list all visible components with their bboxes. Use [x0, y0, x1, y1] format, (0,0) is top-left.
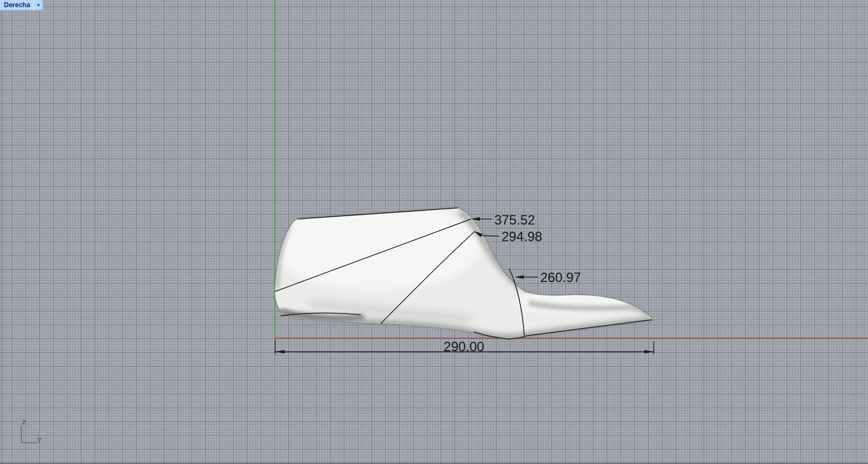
shoe-last-model[interactable]: [271, 202, 653, 339]
axis-z-label: z: [22, 418, 26, 425]
dimension-label[interactable]: 294.98: [502, 229, 542, 244]
axis-indicator: z y: [21, 426, 37, 443]
arrowhead-icon: [644, 350, 653, 354]
arrowhead-icon: [515, 275, 524, 279]
dimension-label[interactable]: 375.52: [494, 212, 535, 227]
dimension-label[interactable]: 290.00: [443, 339, 484, 354]
arrowhead-icon: [276, 350, 285, 354]
viewport-title-tab[interactable]: Derecha ▼: [0, 0, 43, 11]
viewport-title[interactable]: Derecha: [0, 1, 33, 10]
chevron-down-icon[interactable]: ▼: [34, 1, 43, 10]
leader-dimension-3[interactable]: 260.97: [515, 270, 581, 285]
leader-dimension-1[interactable]: 375.52: [471, 212, 535, 227]
viewport-bottom-border: [0, 462, 868, 464]
axis-y-label: y: [38, 435, 42, 442]
linear-dimension-290[interactable]: 290.00: [275, 339, 654, 355]
viewport-right-view: 375.52 294.98 260.97 290.00 Derecha ▼: [0, 0, 868, 464]
dimension-label[interactable]: 260.97: [540, 270, 581, 285]
model-canvas: 375.52 294.98 260.97 290.00: [0, 0, 868, 464]
